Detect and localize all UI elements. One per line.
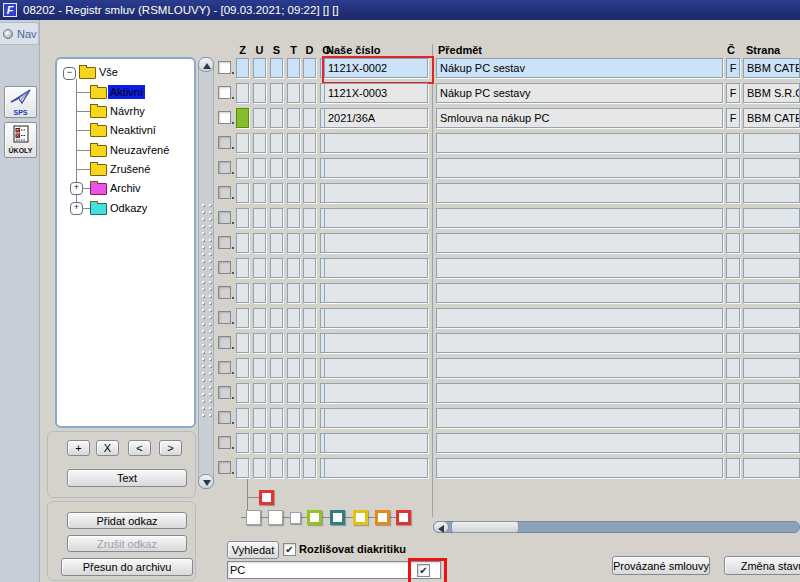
next-record-button[interactable]: > xyxy=(159,440,182,456)
tree-item-neaktivni[interactable]: Neaktivní xyxy=(108,123,158,137)
our-number-cell[interactable] xyxy=(324,233,428,253)
tree-item-odkazy[interactable]: Odkazy xyxy=(108,201,149,215)
row-select-checkbox[interactable] xyxy=(218,86,231,99)
row-select-checkbox[interactable] xyxy=(218,111,231,124)
our-number-cell[interactable]: 1121X-0003 xyxy=(324,83,428,103)
move-to-archive-button[interactable]: Přesun do archivu xyxy=(61,558,193,576)
subject-cell[interactable]: Smlouva na nákup PC xyxy=(436,108,723,128)
subject-cell[interactable] xyxy=(436,133,723,153)
our-number-cell[interactable] xyxy=(324,383,428,403)
our-number-cell[interactable] xyxy=(324,308,428,328)
our-number-cell[interactable] xyxy=(324,358,428,378)
subject-cell[interactable] xyxy=(436,458,723,478)
our-number-cell[interactable] xyxy=(324,133,428,153)
row-select-checkbox[interactable] xyxy=(218,286,231,299)
tree-item-archiv[interactable]: Archiv xyxy=(108,181,143,195)
diacritics-checkbox[interactable]: ✔ xyxy=(283,543,296,556)
party-cell[interactable] xyxy=(743,458,800,478)
party-cell[interactable]: BBM CATERING, S.R.O. N xyxy=(743,108,800,128)
subject-cell[interactable] xyxy=(436,408,723,428)
row-select-checkbox[interactable] xyxy=(218,161,231,174)
party-cell[interactable] xyxy=(743,358,800,378)
party-cell[interactable]: BBM CATERING, S.R.O. N xyxy=(743,58,800,78)
our-number-cell[interactable]: 1121X-0002 xyxy=(324,58,428,78)
search-button[interactable]: Vyhledat xyxy=(227,541,279,559)
horizontal-scrollbar-thumb[interactable] xyxy=(451,521,519,533)
subject-cell[interactable]: Nákup PC sestav xyxy=(436,58,723,78)
row-select-checkbox[interactable] xyxy=(218,461,231,474)
our-number-cell[interactable] xyxy=(324,433,428,453)
text-button[interactable]: Text xyxy=(67,469,187,487)
subject-cell[interactable] xyxy=(436,383,723,403)
party-cell[interactable] xyxy=(743,258,800,278)
party-cell[interactable] xyxy=(743,183,800,203)
subject-cell[interactable] xyxy=(436,308,723,328)
subject-cell[interactable] xyxy=(436,183,723,203)
party-cell[interactable] xyxy=(743,433,800,453)
nav-tab[interactable]: Nav xyxy=(0,22,39,45)
subject-cell[interactable] xyxy=(436,358,723,378)
ukoly-button[interactable]: ÚKOLY xyxy=(4,122,37,158)
subject-cell[interactable] xyxy=(436,258,723,278)
tree-expand-toggle[interactable]: − xyxy=(63,67,76,80)
tree-item-vse[interactable]: Vše xyxy=(97,65,120,79)
tree-item-neuzavrene[interactable]: Neuzavřené xyxy=(108,143,171,157)
party-cell[interactable] xyxy=(743,283,800,303)
remove-link-button[interactable]: Zrušit odkaz xyxy=(67,535,187,552)
subject-cell[interactable] xyxy=(436,233,723,253)
party-cell[interactable] xyxy=(743,333,800,353)
party-cell[interactable] xyxy=(743,208,800,228)
search-input[interactable] xyxy=(227,561,441,579)
our-number-cell[interactable] xyxy=(324,158,428,178)
row-select-checkbox[interactable] xyxy=(218,136,231,149)
party-cell[interactable] xyxy=(743,233,800,253)
scroll-left-button[interactable] xyxy=(433,521,449,533)
tree-item-aktivni[interactable]: Aktivní xyxy=(108,85,145,99)
tree-item-zrusene[interactable]: Zrušené xyxy=(108,162,152,176)
our-number-cell[interactable] xyxy=(324,458,428,478)
party-cell[interactable] xyxy=(743,308,800,328)
row-select-checkbox[interactable] xyxy=(218,186,231,199)
prev-record-button[interactable]: < xyxy=(128,440,151,456)
vertical-scrollbar-thumb[interactable] xyxy=(201,203,212,418)
our-number-cell[interactable] xyxy=(324,408,428,428)
party-cell[interactable] xyxy=(743,383,800,403)
tree-item-navrhy[interactable]: Návrhy xyxy=(108,104,147,118)
our-number-cell[interactable] xyxy=(324,333,428,353)
row-select-checkbox[interactable] xyxy=(218,61,231,74)
subject-cell[interactable] xyxy=(436,283,723,303)
subject-cell[interactable]: Nákup PC sestavy xyxy=(436,83,723,103)
subject-cell[interactable] xyxy=(436,433,723,453)
subject-cell[interactable] xyxy=(436,158,723,178)
row-select-checkbox[interactable] xyxy=(218,211,231,224)
our-number-cell[interactable] xyxy=(324,183,428,203)
delete-record-button[interactable]: X xyxy=(96,440,119,456)
scroll-up-button[interactable] xyxy=(198,57,214,72)
add-record-button[interactable]: + xyxy=(67,440,90,456)
party-cell[interactable] xyxy=(743,408,800,428)
our-number-cell[interactable]: 2021/36A xyxy=(324,108,428,128)
sps-button[interactable]: SPS xyxy=(4,86,37,118)
row-select-checkbox[interactable] xyxy=(218,236,231,249)
our-number-cell[interactable] xyxy=(324,208,428,228)
row-select-checkbox[interactable] xyxy=(218,411,231,424)
subject-cell[interactable] xyxy=(436,333,723,353)
party-cell[interactable] xyxy=(743,133,800,153)
linked-contracts-button[interactable]: Provázané smlouvy xyxy=(612,556,710,575)
our-number-cell[interactable] xyxy=(324,258,428,278)
add-link-button[interactable]: Přidat odkaz xyxy=(67,512,187,529)
row-select-checkbox[interactable] xyxy=(218,336,231,349)
change-state-button[interactable]: Změna stavu xyxy=(724,556,800,575)
party-cell[interactable]: BBM S.R.O. xyxy=(743,83,800,103)
row-select-checkbox[interactable] xyxy=(218,361,231,374)
row-select-checkbox[interactable] xyxy=(218,311,231,324)
scroll-down-button[interactable] xyxy=(198,474,214,489)
our-number-cell[interactable] xyxy=(324,283,428,303)
row-select-checkbox[interactable] xyxy=(218,436,231,449)
party-cell[interactable] xyxy=(743,158,800,178)
row-select-checkbox[interactable] xyxy=(218,386,231,399)
annotated-checkbox[interactable]: ✔ xyxy=(417,564,430,577)
row-select-checkbox[interactable] xyxy=(218,261,231,274)
subject-cell[interactable] xyxy=(436,208,723,228)
grid-vertical-scrollbar[interactable] xyxy=(198,57,214,489)
